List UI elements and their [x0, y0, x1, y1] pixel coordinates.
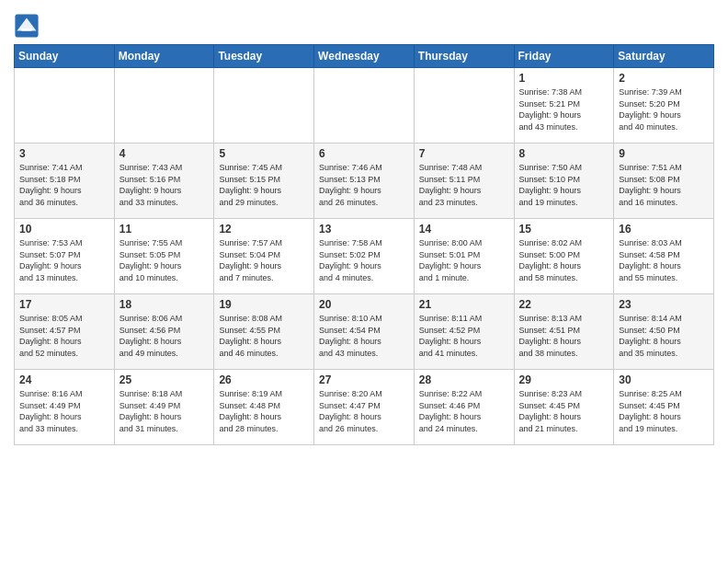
- calendar-cell: 5Sunrise: 7:45 AM Sunset: 5:15 PM Daylig…: [214, 144, 314, 219]
- day-number: 4: [119, 147, 210, 160]
- day-number: 2: [619, 72, 709, 85]
- day-info: Sunrise: 8:02 AM Sunset: 5:00 PM Dayligh…: [519, 237, 609, 283]
- day-number: 12: [219, 223, 309, 236]
- calendar-cell: 12Sunrise: 7:57 AM Sunset: 5:04 PM Dayli…: [214, 219, 314, 294]
- calendar-cell: 21Sunrise: 8:11 AM Sunset: 4:52 PM Dayli…: [414, 294, 514, 370]
- day-info: Sunrise: 7:41 AM Sunset: 5:18 PM Dayligh…: [19, 162, 109, 208]
- day-info: Sunrise: 7:55 AM Sunset: 5:05 PM Dayligh…: [119, 237, 210, 283]
- day-info: Sunrise: 7:51 AM Sunset: 5:08 PM Dayligh…: [619, 162, 709, 208]
- day-number: 10: [19, 223, 109, 236]
- calendar-cell: 20Sunrise: 8:10 AM Sunset: 4:54 PM Dayli…: [314, 294, 415, 370]
- calendar-cell: 30Sunrise: 8:25 AM Sunset: 4:45 PM Dayli…: [614, 370, 714, 445]
- calendar-cell: 9Sunrise: 7:51 AM Sunset: 5:08 PM Daylig…: [614, 144, 714, 219]
- calendar-cell: 28Sunrise: 8:22 AM Sunset: 4:46 PM Dayli…: [414, 370, 514, 445]
- calendar-cell: 17Sunrise: 8:05 AM Sunset: 4:57 PM Dayli…: [15, 294, 115, 370]
- calendar-cell: 26Sunrise: 8:19 AM Sunset: 4:48 PM Dayli…: [214, 370, 314, 445]
- calendar-cell: [214, 68, 314, 144]
- calendar-header-thursday: Thursday: [414, 45, 514, 68]
- calendar-cell: 24Sunrise: 8:16 AM Sunset: 4:49 PM Dayli…: [15, 370, 115, 445]
- day-info: Sunrise: 8:00 AM Sunset: 5:01 PM Dayligh…: [419, 237, 509, 283]
- calendar-header-friday: Friday: [514, 45, 614, 68]
- day-number: 17: [19, 298, 109, 311]
- day-info: Sunrise: 7:43 AM Sunset: 5:16 PM Dayligh…: [119, 162, 210, 208]
- day-info: Sunrise: 8:03 AM Sunset: 4:58 PM Dayligh…: [619, 237, 709, 283]
- calendar-cell: 2Sunrise: 7:39 AM Sunset: 5:20 PM Daylig…: [614, 68, 714, 144]
- calendar-header-wednesday: Wednesday: [314, 45, 415, 68]
- calendar-cell: 18Sunrise: 8:06 AM Sunset: 4:56 PM Dayli…: [114, 294, 214, 370]
- calendar-cell: 10Sunrise: 7:53 AM Sunset: 5:07 PM Dayli…: [15, 219, 115, 294]
- day-number: 3: [19, 147, 109, 160]
- calendar-header-sunday: Sunday: [15, 45, 115, 68]
- day-number: 25: [119, 373, 210, 386]
- day-info: Sunrise: 8:14 AM Sunset: 4:50 PM Dayligh…: [619, 313, 709, 359]
- calendar-table: SundayMondayTuesdayWednesdayThursdayFrid…: [14, 44, 714, 445]
- day-info: Sunrise: 8:18 AM Sunset: 4:49 PM Dayligh…: [119, 388, 210, 434]
- day-number: 24: [19, 373, 109, 386]
- day-number: 27: [319, 373, 409, 386]
- day-number: 5: [219, 147, 309, 160]
- calendar-header-monday: Monday: [114, 45, 214, 68]
- header: [14, 9, 714, 39]
- calendar-cell: [15, 68, 115, 144]
- day-number: 13: [319, 223, 409, 236]
- calendar-cell: 8Sunrise: 7:50 AM Sunset: 5:10 PM Daylig…: [514, 144, 614, 219]
- day-info: Sunrise: 7:57 AM Sunset: 5:04 PM Dayligh…: [219, 237, 309, 283]
- day-number: 6: [319, 147, 409, 160]
- calendar-cell: 7Sunrise: 7:48 AM Sunset: 5:11 PM Daylig…: [414, 144, 514, 219]
- calendar-cell: 27Sunrise: 8:20 AM Sunset: 4:47 PM Dayli…: [314, 370, 415, 445]
- day-number: 1: [519, 72, 609, 85]
- calendar-cell: 15Sunrise: 8:02 AM Sunset: 5:00 PM Dayli…: [514, 219, 614, 294]
- day-info: Sunrise: 8:19 AM Sunset: 4:48 PM Dayligh…: [219, 388, 309, 434]
- day-number: 26: [219, 373, 309, 386]
- page-container: SundayMondayTuesdayWednesdayThursdayFrid…: [0, 0, 728, 454]
- calendar-cell: [114, 68, 214, 144]
- day-number: 22: [519, 298, 609, 311]
- logo-icon: [14, 13, 40, 39]
- calendar-cell: 6Sunrise: 7:46 AM Sunset: 5:13 PM Daylig…: [314, 144, 415, 219]
- day-number: 20: [319, 298, 409, 311]
- day-number: 29: [519, 373, 609, 386]
- day-number: 23: [619, 298, 709, 311]
- day-number: 7: [419, 147, 509, 160]
- day-info: Sunrise: 7:46 AM Sunset: 5:13 PM Dayligh…: [319, 162, 409, 208]
- day-info: Sunrise: 8:06 AM Sunset: 4:56 PM Dayligh…: [119, 313, 210, 359]
- calendar-week-row: 24Sunrise: 8:16 AM Sunset: 4:49 PM Dayli…: [15, 370, 714, 445]
- calendar-cell: 29Sunrise: 8:23 AM Sunset: 4:45 PM Dayli…: [514, 370, 614, 445]
- calendar-header-saturday: Saturday: [614, 45, 714, 68]
- day-number: 18: [119, 298, 210, 311]
- day-info: Sunrise: 7:53 AM Sunset: 5:07 PM Dayligh…: [19, 237, 109, 283]
- calendar-cell: 23Sunrise: 8:14 AM Sunset: 4:50 PM Dayli…: [614, 294, 714, 370]
- day-number: 16: [619, 223, 709, 236]
- day-info: Sunrise: 8:13 AM Sunset: 4:51 PM Dayligh…: [519, 313, 609, 359]
- day-info: Sunrise: 8:05 AM Sunset: 4:57 PM Dayligh…: [19, 313, 109, 359]
- calendar-header-tuesday: Tuesday: [214, 45, 314, 68]
- day-info: Sunrise: 7:58 AM Sunset: 5:02 PM Dayligh…: [319, 237, 409, 283]
- day-info: Sunrise: 8:16 AM Sunset: 4:49 PM Dayligh…: [19, 388, 109, 434]
- day-info: Sunrise: 8:11 AM Sunset: 4:52 PM Dayligh…: [419, 313, 509, 359]
- calendar-cell: 16Sunrise: 8:03 AM Sunset: 4:58 PM Dayli…: [614, 219, 714, 294]
- calendar-cell: 19Sunrise: 8:08 AM Sunset: 4:55 PM Dayli…: [214, 294, 314, 370]
- calendar-week-row: 10Sunrise: 7:53 AM Sunset: 5:07 PM Dayli…: [15, 219, 714, 294]
- day-number: 15: [519, 223, 609, 236]
- calendar-week-row: 17Sunrise: 8:05 AM Sunset: 4:57 PM Dayli…: [15, 294, 714, 370]
- calendar-header-row: SundayMondayTuesdayWednesdayThursdayFrid…: [15, 45, 714, 68]
- day-info: Sunrise: 8:25 AM Sunset: 4:45 PM Dayligh…: [619, 388, 709, 434]
- calendar-cell: 11Sunrise: 7:55 AM Sunset: 5:05 PM Dayli…: [114, 219, 214, 294]
- day-info: Sunrise: 7:48 AM Sunset: 5:11 PM Dayligh…: [419, 162, 509, 208]
- calendar-cell: 14Sunrise: 8:00 AM Sunset: 5:01 PM Dayli…: [414, 219, 514, 294]
- day-number: 9: [619, 147, 709, 160]
- day-info: Sunrise: 8:22 AM Sunset: 4:46 PM Dayligh…: [419, 388, 509, 434]
- calendar-week-row: 3Sunrise: 7:41 AM Sunset: 5:18 PM Daylig…: [15, 144, 714, 219]
- day-info: Sunrise: 8:10 AM Sunset: 4:54 PM Dayligh…: [319, 313, 409, 359]
- logo: [14, 13, 43, 39]
- day-number: 19: [219, 298, 309, 311]
- day-number: 11: [119, 223, 210, 236]
- day-number: 8: [519, 147, 609, 160]
- day-info: Sunrise: 7:39 AM Sunset: 5:20 PM Dayligh…: [619, 86, 709, 132]
- day-info: Sunrise: 7:45 AM Sunset: 5:15 PM Dayligh…: [219, 162, 309, 208]
- day-number: 14: [419, 223, 509, 236]
- calendar-cell: 3Sunrise: 7:41 AM Sunset: 5:18 PM Daylig…: [15, 144, 115, 219]
- calendar-cell: 4Sunrise: 7:43 AM Sunset: 5:16 PM Daylig…: [114, 144, 214, 219]
- svg-rect-2: [21, 29, 31, 31]
- day-info: Sunrise: 8:23 AM Sunset: 4:45 PM Dayligh…: [519, 388, 609, 434]
